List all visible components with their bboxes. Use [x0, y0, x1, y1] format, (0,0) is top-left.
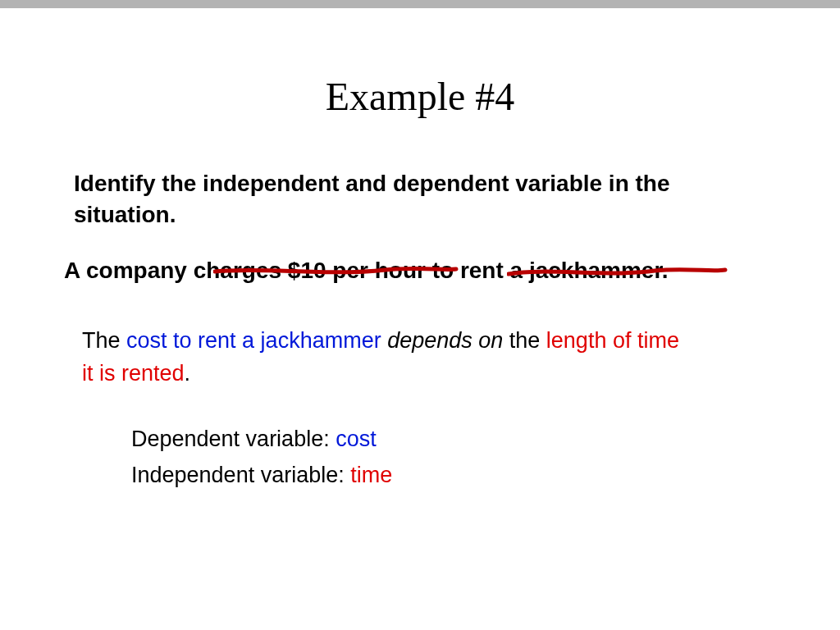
top-bar — [0, 0, 840, 8]
instruction-text: Identify the independent and dependent v… — [74, 168, 725, 231]
dependent-label: Dependent variable: — [131, 427, 336, 451]
explain-pre: The — [82, 328, 126, 353]
explanation-text: The cost to rent a jackhammer depends on… — [82, 325, 692, 389]
problem-body: A company charges $10 per hour to rent a… — [64, 258, 669, 283]
answers-block: Dependent variable: cost Independent var… — [131, 422, 791, 493]
dependent-phrase: cost to rent a jackhammer — [126, 328, 381, 353]
independent-value: time — [350, 463, 392, 487]
slide-title: Example #4 — [49, 74, 791, 119]
problem-text: A company charges $10 per hour to rent a… — [64, 255, 742, 286]
depends-on: depends on — [381, 328, 509, 353]
slide: Example #4 Identify the independent and … — [0, 8, 840, 510]
dependent-row: Dependent variable: cost — [131, 422, 791, 457]
explain-post: . — [185, 361, 191, 386]
explain-mid: the — [509, 328, 546, 353]
independent-label: Independent variable: — [131, 463, 350, 487]
independent-row: Independent variable: time — [131, 459, 791, 493]
dependent-value: cost — [336, 427, 377, 451]
